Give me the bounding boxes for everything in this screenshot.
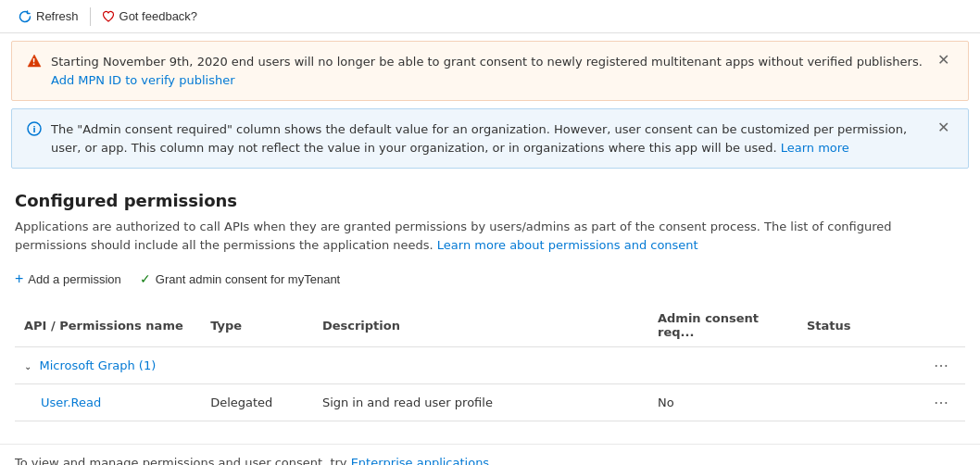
add-permission-label: Add a permission [28,272,120,286]
toolbar: Refresh Got feedback? [0,0,980,33]
warning-banner-content: Starting November 9th, 2020 end users wi… [51,53,934,89]
learn-more-permissions-link[interactable]: Learn more about permissions and consent [437,238,698,252]
group-description [313,347,648,384]
main-content: Configured permissions Applications are … [0,176,980,436]
learn-more-link[interactable]: Learn more [781,141,849,155]
group-type [201,347,313,384]
warning-icon: ! [27,54,42,71]
warning-banner: ! Starting November 9th, 2020 end users … [11,41,969,101]
info-banner-close[interactable]: ✕ [934,120,953,135]
permission-actions: ⋯ [910,384,965,421]
group-actions: ⋯ [910,347,965,384]
group-ellipsis-button[interactable]: ⋯ [928,355,956,376]
col-header-admin-consent: Admin consent req... [648,304,798,347]
permissions-table: API / Permissions name Type Description … [15,304,965,421]
section-title: Configured permissions [15,191,965,210]
info-banner: i The "Admin consent required" column sh… [11,108,969,169]
warning-banner-close[interactable]: ✕ [934,53,953,68]
grant-consent-label: Grant admin consent for myTenant [156,272,340,286]
permission-admin-consent: No [648,384,798,421]
refresh-button[interactable]: Refresh [11,6,86,27]
table-row: ⌄ Microsoft Graph (1) ⋯ [15,347,965,384]
table-header: API / Permissions name Type Description … [15,304,965,347]
col-header-actions [910,304,965,347]
action-bar: + Add a permission ✓ Grant admin consent… [15,267,965,291]
col-header-api: API / Permissions name [15,304,201,347]
col-header-status: Status [798,304,910,347]
group-admin-consent [648,347,798,384]
permission-description: Sign in and read user profile [313,384,648,421]
feedback-label: Got feedback? [119,9,198,23]
microsoft-graph-link[interactable]: Microsoft Graph (1) [40,358,157,372]
info-text: The "Admin consent required" column show… [51,122,907,155]
info-icon: i [27,121,42,139]
footer-text: To view and manage permissions and user … [15,456,347,465]
footer: To view and manage permissions and user … [0,444,980,465]
svg-text:!: ! [31,57,35,67]
refresh-icon [19,10,31,23]
toolbar-divider [90,7,91,26]
info-banner-content: The "Admin consent required" column show… [51,120,934,157]
refresh-label: Refresh [36,9,79,23]
header-row: API / Permissions name Type Description … [15,304,965,347]
permission-status [798,384,910,421]
verify-publisher-link[interactable]: Add MPN ID to verify publisher [51,73,235,87]
user-read-link[interactable]: User.Read [41,396,101,409]
plus-icon: + [15,270,23,287]
group-status [798,347,910,384]
grant-consent-button[interactable]: ✓ Grant admin consent for myTenant [140,268,340,290]
heart-icon [102,10,115,23]
permission-type: Delegated [201,384,313,421]
add-permission-button[interactable]: + Add a permission [15,267,121,291]
chevron-down-icon: ⌄ [24,361,31,371]
group-api-name: ⌄ Microsoft Graph (1) [15,347,201,384]
col-header-type: Type [201,304,313,347]
col-header-description: Description [313,304,648,347]
warning-text: Starting November 9th, 2020 end users wi… [51,55,923,69]
permission-ellipsis-button[interactable]: ⋯ [928,392,956,413]
permission-name: User.Read [15,384,201,421]
enterprise-applications-link[interactable]: Enterprise applications. [351,456,494,465]
check-icon: ✓ [140,271,151,286]
table-row: User.Read Delegated Sign in and read use… [15,384,965,421]
table-body: ⌄ Microsoft Graph (1) ⋯ User.Read Delega… [15,347,965,421]
feedback-button[interactable]: Got feedback? [94,6,206,27]
section-description: Applications are authorized to call APIs… [15,218,965,254]
svg-text:i: i [32,125,35,134]
